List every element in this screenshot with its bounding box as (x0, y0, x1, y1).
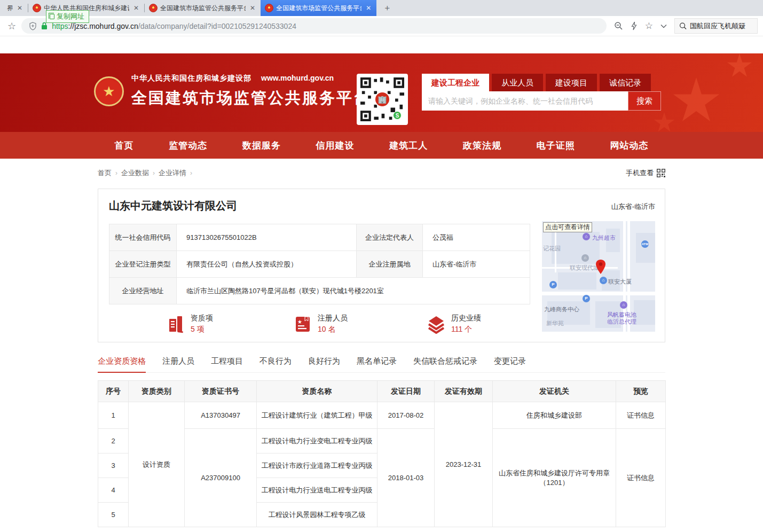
search-button[interactable]: 搜索 (628, 91, 661, 111)
valid-until-cell: 2023-12-31 (435, 402, 493, 527)
nav-item-workers[interactable]: 建筑工人 (389, 139, 428, 152)
tab-close-icon[interactable]: ✕ (16, 4, 23, 12)
nav-item-data-service[interactable]: 数据服务 (242, 139, 281, 152)
mini-program-icon: S (393, 111, 402, 120)
search-icon (679, 22, 687, 30)
lock-icon (41, 22, 48, 30)
news-search-input[interactable] (690, 22, 753, 30)
zoom-out-icon[interactable] (614, 21, 623, 30)
reg-type-value: 有限责任公司（自然人投资或控股） (177, 251, 357, 278)
seq-cell: 3 (98, 453, 129, 478)
seq-cell: 5 (98, 503, 129, 527)
browser-tab-jzsc[interactable]: 全国建筑市场监管公共服务平台 ✕ (145, 0, 261, 16)
category-cell: 设计资质 (129, 402, 185, 527)
stat-qualifications[interactable]: 资质项 5 项 (166, 314, 213, 334)
breadcrumb-company-detail[interactable]: 企业详情 (159, 168, 186, 178)
tab-dishonesty-records[interactable]: 失信联合惩戒记录 (413, 356, 477, 372)
nav-item-policy[interactable]: 政策法规 (463, 139, 501, 152)
ministry-name: 中华人民共和国住房和城乡建设部 (131, 74, 251, 82)
tab-registered-personnel[interactable]: 注册人员 (162, 356, 194, 372)
copy-icon (50, 14, 54, 19)
breadcrumb-home[interactable]: 首页 (98, 168, 112, 178)
authority-cell: 山东省住房和城乡建设厅许可专用章（1201） (493, 429, 616, 527)
seq-cell: 4 (98, 478, 129, 503)
breadcrumb-company-data[interactable]: 企业数据 (121, 168, 149, 178)
nav-item-certificate[interactable]: 电子证照 (537, 139, 575, 152)
tab-close-icon[interactable]: ✕ (249, 4, 256, 12)
map-marker-building-icon: ⌂ (581, 254, 589, 262)
stat-registered-personnel[interactable]: ★ 注册人员 10 名 (293, 314, 348, 334)
search-tab-enterprise[interactable]: 建设工程企业 (422, 74, 489, 91)
cert-no-cell: A137030497 (185, 402, 257, 429)
qual-name-cell: 工程设计建筑行业（建筑工程）甲级 (257, 402, 377, 429)
keyword-search-input[interactable] (422, 91, 628, 111)
stat-historical-performance[interactable]: 历史业绩 111 个 (427, 314, 481, 334)
credit-code-value: 91371302675501022B (177, 224, 357, 251)
map-pin-icon (595, 260, 606, 275)
mobile-view-link[interactable]: 手机查看 (626, 168, 665, 178)
nav-item-home[interactable]: 首页 (115, 139, 134, 152)
certificate-info-link[interactable]: 证书信息 (616, 429, 666, 527)
address-value: 临沂市兰山区陶然路107号星河晶都（联安）现代城1号楼2201室 (177, 278, 530, 304)
qr-center-logo-icon: 🏢 (374, 91, 390, 107)
certificate-info-link[interactable]: 证书信息 (616, 402, 666, 429)
news-search-box[interactable] (674, 18, 758, 34)
nav-item-supervision[interactable]: 监管动态 (169, 139, 207, 152)
browser-tab-active[interactable]: 全国建筑市场监管公共服务平台 ✕ (261, 0, 376, 16)
nav-item-site-news[interactable]: 网站动态 (610, 139, 648, 152)
chevron-down-icon[interactable] (660, 24, 667, 28)
favorites-star-icon[interactable]: ☆ (645, 20, 653, 32)
new-tab-button[interactable]: ＋ (376, 0, 398, 16)
search-tab-project[interactable]: 建设项目 (546, 74, 597, 91)
url-bar[interactable]: https://jzsc.mohurd.gov.cn/data/company/… (21, 18, 607, 34)
map-label: 联安现代城 (570, 264, 599, 272)
building-icon (166, 315, 185, 334)
info-label: 企业经营地址 (109, 278, 177, 304)
certificate-icon: ★ (293, 315, 312, 334)
company-card: 山东中元建筑设计有限公司 山东省-临沂市 统一社会信用代码 9137130267… (98, 189, 665, 342)
company-stats: 资质项 5 项 ★ 注册人员 10 名 历史业绩 111 个 (109, 314, 530, 334)
bookmark-star-icon[interactable]: ☆ (7, 20, 16, 32)
tab-close-icon[interactable]: ✕ (365, 4, 372, 12)
qualification-table: 序号 资质类别 资质证书号 资质名称 发证日期 发证有效期 发证机关 预览 1 … (98, 380, 666, 527)
company-location-map[interactable]: 点击可查看详情 ⌂ 九州超市 ATM 记花园 ⌂ 联安现代城 ⌂ 联安大厦 P … (542, 221, 655, 332)
breadcrumb-separator: › (190, 169, 192, 177)
tab-qualifications[interactable]: 企业资质资格 (98, 356, 146, 373)
tab-close-icon[interactable]: ✕ (132, 4, 140, 12)
info-label: 统一社会信用代码 (109, 224, 177, 251)
site-brand: ★ 中华人民共和国住房和城乡建设部www.mohurd.gov.cn 全国建筑市… (94, 74, 371, 109)
map-label: 临沂总代理 (607, 318, 636, 326)
map-marker-atm-icon: ATM (641, 240, 649, 248)
tab-favicon-icon (33, 4, 41, 12)
browser-tab-partial[interactable]: 界 ✕ (0, 0, 28, 16)
company-info-table: 统一社会信用代码 91371302675501022B 企业法定代表人 公茂福 … (109, 224, 530, 304)
qual-name-cell: 工程设计电力行业变电工程专业丙级 (257, 429, 377, 453)
decor-star-icon (672, 77, 720, 126)
map-marker-battery-icon: ⌂ (620, 301, 627, 309)
tab-bad-behavior[interactable]: 不良行为 (259, 356, 292, 372)
company-region: 山东省-临沂市 (611, 202, 655, 212)
search-tab-credit[interactable]: 诚信记录 (600, 74, 651, 91)
tab-projects[interactable]: 工程项目 (211, 356, 243, 372)
flash-icon[interactable] (631, 21, 638, 30)
tab-good-behavior[interactable]: 良好行为 (308, 356, 340, 372)
map-label: 九峰商务中心 (544, 306, 579, 314)
browser-tab-strip: 界 ✕ 中华人民共和国住房和城乡建设 ✕ 全国建筑市场监管公共服务平台 ✕ 全国… (0, 0, 763, 16)
company-name: 山东中元建筑设计有限公司 (109, 199, 655, 213)
qual-name-cell: 工程设计电力行业送电工程专业丙级 (257, 478, 377, 503)
seq-cell: 2 (98, 429, 129, 453)
copy-url-tooltip: 复制网址 (46, 10, 89, 23)
nav-item-credit[interactable]: 信用建设 (316, 139, 355, 152)
qr-mini-icon (657, 169, 665, 177)
map-marker-tower-icon: ⌂ (600, 277, 607, 284)
tab-change-records[interactable]: 变更记录 (494, 356, 526, 372)
svg-text:★: ★ (297, 319, 302, 325)
issue-date-cell: 2018-01-03 (377, 429, 435, 527)
page-top-gap (0, 36, 763, 53)
shield-icon[interactable] (29, 22, 37, 30)
site-header: ★ 中华人民共和国住房和城乡建设部www.mohurd.gov.cn 全国建筑市… (0, 53, 763, 132)
tab-blacklist[interactable]: 黑名单记录 (357, 356, 397, 372)
header-qr-code: 🏢 S (357, 74, 408, 125)
search-tab-personnel[interactable]: 从业人员 (492, 74, 543, 91)
issue-date-cell: 2017-08-02 (377, 402, 435, 429)
